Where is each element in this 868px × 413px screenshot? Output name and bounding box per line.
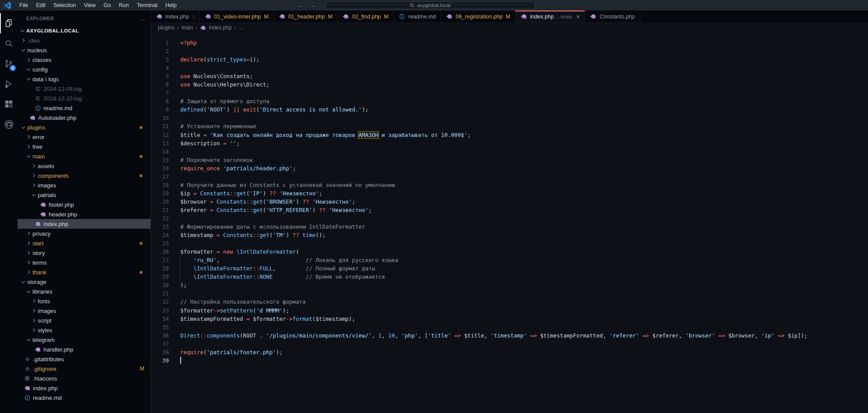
code-line-16[interactable]: 16require_once 'patrials/header.php'; bbox=[151, 164, 868, 172]
nav-forward-icon[interactable]: → bbox=[310, 2, 316, 9]
menu-edit[interactable]: Edit bbox=[32, 0, 50, 11]
code-line-8[interactable]: 8# Защита от прямого доступа bbox=[151, 97, 868, 105]
code-line-35[interactable]: 35 bbox=[151, 323, 868, 331]
tab-index.php[interactable]: index.php.\ bbox=[151, 11, 200, 22]
sidebar-item-header.php[interactable]: header.php bbox=[18, 209, 150, 219]
nav-back-icon[interactable]: ← bbox=[298, 2, 304, 9]
sidebar-item-.idea[interactable]: .idea bbox=[18, 36, 150, 45]
sidebar-item-index.php[interactable]: index.php bbox=[18, 219, 150, 229]
code-line-18[interactable]: 18# Получите данные из Constants с устан… bbox=[151, 181, 868, 189]
sidebar-item-index.php[interactable]: index.php bbox=[18, 383, 150, 393]
line-number[interactable]: 1 bbox=[151, 39, 171, 47]
line-number[interactable]: 14 bbox=[151, 147, 171, 156]
sidebar-item-assets[interactable]: assets bbox=[18, 161, 150, 171]
sidebar-item-classes[interactable]: classes bbox=[18, 55, 150, 65]
sidebar-item-footer.php[interactable]: footer.php bbox=[18, 200, 150, 209]
code-line-3[interactable]: 3declare(strict_types=1); bbox=[151, 55, 868, 64]
line-number[interactable]: 4 bbox=[151, 64, 171, 72]
line-number[interactable]: 29 bbox=[151, 273, 171, 281]
code-line-13[interactable]: 13$description = ''; bbox=[151, 139, 868, 147]
code-line-1[interactable]: 1<?php bbox=[151, 39, 868, 47]
sidebar-item-script[interactable]: script bbox=[18, 316, 150, 325]
breadcrumb-item[interactable]: … bbox=[239, 25, 244, 31]
line-number[interactable]: 33 bbox=[151, 306, 171, 315]
sidebar-item-.gitattributes[interactable]: .gitattributes bbox=[18, 354, 150, 364]
code-line-19[interactable]: 19$ip = Constants::get('IP') ?? 'Неизвес… bbox=[151, 189, 868, 198]
code-line-17[interactable]: 17 bbox=[151, 172, 868, 181]
sidebar-item-privacy[interactable]: privacy bbox=[18, 229, 150, 238]
code-line-21[interactable]: 21$referer = Constants::get('HTTP_REFERE… bbox=[151, 206, 868, 214]
line-number[interactable]: 17 bbox=[151, 172, 171, 181]
tab-readme.md[interactable]: readme.md bbox=[394, 11, 441, 22]
sidebar-item-libraries[interactable]: libraries bbox=[18, 287, 150, 296]
sidebar-item-components[interactable]: components bbox=[18, 171, 150, 180]
line-number[interactable]: 19 bbox=[151, 189, 171, 198]
line-number[interactable]: 7 bbox=[151, 89, 171, 97]
sidebar-item-terms[interactable]: terms bbox=[18, 258, 150, 267]
line-number[interactable]: 39 bbox=[151, 356, 171, 365]
line-number[interactable]: 15 bbox=[151, 156, 171, 164]
sidebar-item-datalogs[interactable]: data \ logs bbox=[18, 74, 150, 84]
breadcrumb-item[interactable]: main bbox=[182, 25, 193, 31]
line-number[interactable]: 2 bbox=[151, 47, 171, 55]
code-line-2[interactable]: 2 bbox=[151, 47, 868, 55]
menu-help[interactable]: Help bbox=[161, 0, 181, 11]
sidebar-item-start[interactable]: start bbox=[18, 238, 150, 248]
code-line-22[interactable]: 22 bbox=[151, 214, 868, 223]
code-editor[interactable]: 1<?php23declare(strict_types=1);45use Nu… bbox=[151, 32, 868, 413]
sidebar-item-telegram[interactable]: telegram bbox=[18, 335, 150, 345]
line-number[interactable]: 8 bbox=[151, 97, 171, 105]
github-icon[interactable] bbox=[0, 114, 18, 134]
line-number[interactable]: 23 bbox=[151, 223, 171, 231]
line-number[interactable]: 24 bbox=[151, 231, 171, 239]
code-line-11[interactable]: 11# Установите переменные bbox=[151, 122, 868, 130]
sidebar-item-main[interactable]: main bbox=[18, 151, 150, 161]
sidebar-item-error[interactable]: error bbox=[18, 132, 150, 142]
code-line-15[interactable]: 15# Подключите заголовок bbox=[151, 156, 868, 164]
code-line-10[interactable]: 10 bbox=[151, 114, 868, 122]
line-number[interactable]: 16 bbox=[151, 164, 171, 172]
tree-root[interactable]: AXYGLOBAL.LOCAL bbox=[18, 26, 150, 36]
menu-file[interactable]: File bbox=[15, 0, 32, 11]
close-icon[interactable]: × bbox=[576, 14, 580, 20]
line-number[interactable]: 12 bbox=[151, 131, 171, 139]
code-line-36[interactable]: 36Direct::components(ROOT . '/plugins/ma… bbox=[151, 331, 868, 340]
sidebar-item-2024-12-10.log[interactable]: 2024-12-10.log bbox=[18, 93, 150, 103]
line-number[interactable]: 34 bbox=[151, 315, 171, 323]
line-number[interactable]: 6 bbox=[151, 80, 171, 89]
code-line-28[interactable]: 28 \IntlDateFormatter::FULL, // Полный ф… bbox=[151, 264, 868, 273]
sidebar-item-handler.php[interactable]: handler.php bbox=[18, 345, 150, 354]
code-line-37[interactable]: 37 bbox=[151, 340, 868, 348]
sidebar-item-.htaccess[interactable]: .htaccess bbox=[18, 373, 150, 383]
run-debug-icon[interactable] bbox=[0, 74, 18, 94]
extensions-icon[interactable] bbox=[0, 94, 18, 114]
line-number[interactable]: 32 bbox=[151, 298, 171, 306]
code-line-6[interactable]: 6use Nucleus\Helpers\Direct; bbox=[151, 80, 868, 89]
code-line-23[interactable]: 23# Форматирование даты с использованием… bbox=[151, 223, 868, 231]
code-line-26[interactable]: 26$formatter = new \IntlDateFormatter( bbox=[151, 248, 868, 256]
sidebar-item-readme.md[interactable]: readme.md bbox=[18, 393, 150, 402]
code-line-12[interactable]: 12$title = 'Как создать онлайн доход на … bbox=[151, 131, 868, 139]
sidebar-item-images[interactable]: images bbox=[18, 306, 150, 316]
line-number[interactable]: 9 bbox=[151, 105, 171, 114]
code-line-27[interactable]: 27 'ru_RU', // Локаль для русского языка bbox=[151, 256, 868, 264]
tab-01_video-inner.php[interactable]: 01_video-inner.phpM bbox=[200, 11, 274, 22]
code-line-25[interactable]: 25 bbox=[151, 239, 868, 248]
line-number[interactable]: 30 bbox=[151, 281, 171, 289]
sidebar-item-readme.md[interactable]: readme.md bbox=[18, 103, 150, 113]
code-line-30[interactable]: 30); bbox=[151, 281, 868, 289]
code-line-7[interactable]: 7 bbox=[151, 89, 868, 97]
line-number[interactable]: 37 bbox=[151, 340, 171, 348]
tab-02_find.php[interactable]: 02_find.phpM bbox=[338, 11, 394, 22]
sidebar-item-patrials[interactable]: patrials bbox=[18, 190, 150, 200]
menu-go[interactable]: Go bbox=[100, 0, 115, 11]
line-number[interactable]: 25 bbox=[151, 239, 171, 248]
line-number[interactable]: 13 bbox=[151, 139, 171, 147]
sidebar-item-images[interactable]: images bbox=[18, 180, 150, 190]
tab-01_header.php[interactable]: 01_header.phpM bbox=[274, 11, 338, 22]
sidebar-item-story[interactable]: story bbox=[18, 248, 150, 258]
sidebar-item-Autoloader.php[interactable]: Autoloader.php bbox=[18, 113, 150, 122]
line-number[interactable]: 35 bbox=[151, 323, 171, 331]
breadcrumb[interactable]: plugins›main›index.php›… bbox=[151, 23, 868, 32]
explorer-icon[interactable] bbox=[0, 13, 18, 33]
